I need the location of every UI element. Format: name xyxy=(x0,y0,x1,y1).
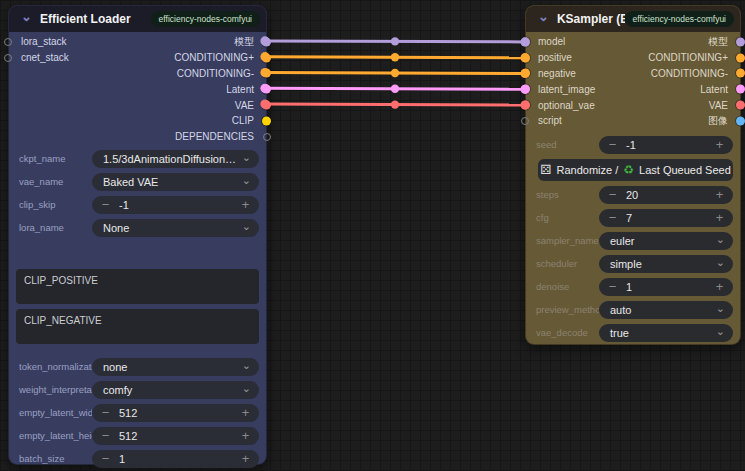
widget-label: token_normalization xyxy=(16,361,92,372)
stepper-value[interactable]: 1 xyxy=(626,281,706,293)
empty-latent-width-stepper: − 512 + xyxy=(92,404,259,422)
output-port-image[interactable] xyxy=(736,116,745,125)
link-dot[interactable] xyxy=(391,69,399,77)
stepper-value[interactable]: 7 xyxy=(626,212,706,224)
input-port-model[interactable] xyxy=(521,37,530,46)
collapse-chevron-icon[interactable]: ⌄ xyxy=(538,12,549,22)
loader-widgets: ckpt_name 1.5/3dAnimationDiffusion_v10..… xyxy=(9,150,266,468)
node-badge: efficiency-nodes-comfyui xyxy=(151,11,260,27)
scheduler-combo[interactable]: simple ⌄ xyxy=(599,255,733,273)
input-port-script[interactable] xyxy=(521,117,529,125)
plus-icon[interactable]: + xyxy=(706,210,733,226)
randomize-seed-button[interactable]: ⚄ Randomize / ♻ Last Queued Seed xyxy=(538,159,733,181)
minus-icon[interactable]: − xyxy=(92,405,119,421)
weight-interpretation-combo[interactable]: comfy ⌄ xyxy=(92,381,259,399)
combo-value: simple xyxy=(599,258,712,270)
link-dot[interactable] xyxy=(391,100,399,108)
link-dot[interactable] xyxy=(391,53,399,61)
stepper-value[interactable]: -1 xyxy=(626,139,706,151)
widget-cfg: cfg − 7 + xyxy=(533,209,733,227)
output-port-dependencies[interactable] xyxy=(263,133,271,141)
output-port-clip[interactable] xyxy=(262,116,271,125)
vae-name-combo[interactable]: Baked VAE ⌄ xyxy=(92,173,259,191)
plus-icon[interactable]: + xyxy=(232,197,259,213)
minus-icon[interactable]: − xyxy=(599,279,626,295)
link-wire[interactable] xyxy=(265,88,525,89)
node-title: KSampler (Effic... xyxy=(557,12,625,26)
minus-icon[interactable]: − xyxy=(92,428,119,444)
link-dot[interactable] xyxy=(391,37,399,45)
widget-label: vae_name xyxy=(16,176,92,187)
lora-name-combo[interactable]: None ⌄ xyxy=(92,219,259,237)
node-header-efficient-loader[interactable]: ⌄ Efficient Loader efficiency-nodes-comf… xyxy=(9,6,266,32)
collapse-chevron-icon[interactable]: ⌄ xyxy=(21,12,32,22)
plus-icon[interactable]: + xyxy=(706,137,733,153)
recycle-icon: ♻ xyxy=(623,163,634,177)
widget-empty-latent-width: empty_latent_width − 512 + xyxy=(16,404,259,422)
output-label-vae: VAE xyxy=(709,100,728,111)
output-port-conditioning-minus[interactable] xyxy=(262,69,271,78)
output-port-model[interactable] xyxy=(262,37,271,46)
plus-icon[interactable]: + xyxy=(706,279,733,295)
vae-decode-combo[interactable]: true ⌄ xyxy=(599,324,733,342)
widget-randomize-row: ⚄ Randomize / ♻ Last Queued Seed xyxy=(538,159,733,181)
minus-icon[interactable]: − xyxy=(599,137,626,153)
plus-icon[interactable]: + xyxy=(232,405,259,421)
output-port-conditioning-minus[interactable] xyxy=(736,69,745,78)
preview-method-combo[interactable]: auto ⌄ xyxy=(599,301,733,319)
output-label-model: 模型 xyxy=(708,35,728,49)
output-label-dependencies: DEPENDENCIES xyxy=(175,131,254,142)
input-port-negative[interactable] xyxy=(521,69,530,78)
chevron-down-icon: ⌄ xyxy=(238,153,259,164)
ksampler-widgets: seed − -1 + ⚄ Randomize / ♻ Last Queued … xyxy=(526,136,740,342)
widget-label: vae_decode xyxy=(533,327,599,338)
node-header-ksampler[interactable]: ⌄ KSampler (Effic... efficiency-nodes-co… xyxy=(526,6,740,32)
output-port-conditioning-plus[interactable] xyxy=(736,53,745,62)
output-port-vae[interactable] xyxy=(736,101,745,110)
stepper-value[interactable]: -1 xyxy=(119,199,232,211)
minus-icon[interactable]: − xyxy=(599,210,626,226)
output-port-conditioning-plus[interactable] xyxy=(262,53,271,62)
positive-prompt-textarea[interactable]: CLIP_POSITIVE xyxy=(16,269,259,304)
stepper-value[interactable]: 512 xyxy=(119,407,232,419)
output-label-latent: Latent xyxy=(226,84,254,95)
minus-icon[interactable]: − xyxy=(92,451,119,467)
combo-value: auto xyxy=(599,304,712,316)
input-port-lora-stack[interactable] xyxy=(4,38,12,46)
link-dot[interactable] xyxy=(391,85,399,93)
plus-icon[interactable]: + xyxy=(232,428,259,444)
output-label-conditioning-minus: CONDITIONING- xyxy=(651,68,728,79)
clip-skip-stepper: − -1 + xyxy=(92,196,259,214)
sampler-name-combo[interactable]: euler ⌄ xyxy=(599,232,733,250)
link-wire[interactable] xyxy=(265,41,525,42)
link-wire[interactable] xyxy=(265,104,525,105)
input-port-positive[interactable] xyxy=(521,53,530,62)
stepper-value[interactable]: 1 xyxy=(119,453,232,465)
minus-icon[interactable]: − xyxy=(92,197,119,213)
node-title: Efficient Loader xyxy=(40,12,151,26)
plus-icon[interactable]: + xyxy=(706,187,733,203)
output-port-latent[interactable] xyxy=(262,85,271,94)
input-port-cnet-stack[interactable] xyxy=(4,54,12,62)
minus-icon[interactable]: − xyxy=(599,187,626,203)
output-port-latent[interactable] xyxy=(736,85,745,94)
output-port-model[interactable] xyxy=(736,37,745,46)
output-port-vae[interactable] xyxy=(262,101,271,110)
negative-prompt-textarea[interactable]: CLIP_NEGATIVE xyxy=(16,309,259,344)
input-port-latent-image[interactable] xyxy=(521,85,530,94)
widget-sampler-name: sampler_name euler ⌄ xyxy=(533,232,733,250)
link-wire[interactable] xyxy=(265,73,525,74)
stepper-value[interactable]: 20 xyxy=(626,189,706,201)
slot-row: Latent xyxy=(9,81,266,97)
output-label-conditioning-plus: CONDITIONING+ xyxy=(648,52,728,63)
token-normalization-combo[interactable]: none ⌄ xyxy=(92,358,259,376)
widget-label: lora_name xyxy=(16,222,92,233)
input-port-optional-vae[interactable] xyxy=(521,101,530,110)
link-wire[interactable] xyxy=(265,57,525,58)
slot-row: DEPENDENCIES xyxy=(9,129,266,145)
widget-label: empty_latent_height xyxy=(16,430,92,441)
stepper-value[interactable]: 512 xyxy=(119,430,232,442)
ckpt-name-combo[interactable]: 1.5/3dAnimationDiffusion_v10... ⌄ xyxy=(92,150,259,168)
plus-icon[interactable]: + xyxy=(232,451,259,467)
output-label-vae: VAE xyxy=(235,100,254,111)
